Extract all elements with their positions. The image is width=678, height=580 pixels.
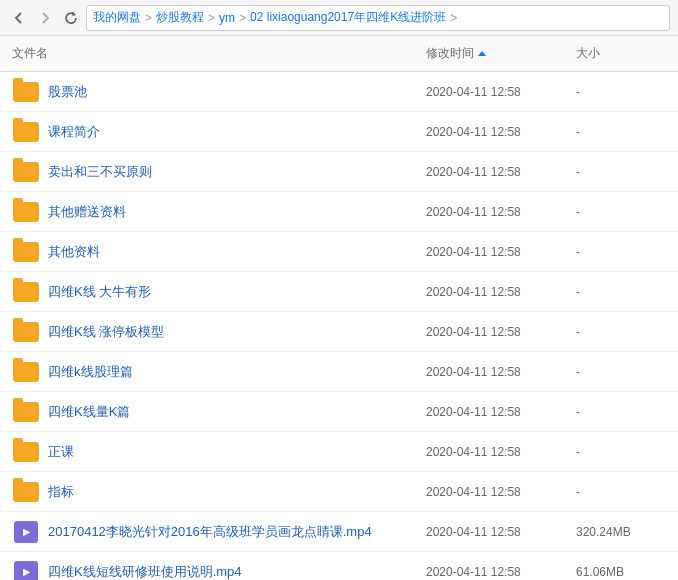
breadcrumb-sep-4: >	[450, 11, 457, 25]
file-size: -	[576, 485, 666, 499]
file-row[interactable]: 正课2020-04-11 12:58-	[0, 432, 678, 472]
folder-icon	[12, 478, 40, 506]
file-date: 2020-04-11 12:58	[426, 485, 576, 499]
folder-link[interactable]: 其他赠送资料	[48, 204, 126, 219]
file-size: -	[576, 325, 666, 339]
col-modified-header[interactable]: 修改时间	[426, 45, 576, 62]
file-size: -	[576, 445, 666, 459]
back-button[interactable]	[8, 7, 30, 29]
file-date: 2020-04-11 12:58	[426, 325, 576, 339]
folder-link[interactable]: 课程简介	[48, 124, 100, 139]
file-row[interactable]: ▶20170412李晓光针对2016年高级班学员画龙点睛课.mp42020-04…	[0, 512, 678, 552]
folder-icon	[12, 438, 40, 466]
breadcrumb-sep-3: >	[239, 11, 246, 25]
file-name: 四维k线股理篇	[48, 363, 426, 381]
file-size: -	[576, 405, 666, 419]
file-date: 2020-04-11 12:58	[426, 445, 576, 459]
breadcrumb-mydrive[interactable]: 我的网盘	[93, 9, 141, 26]
file-row[interactable]: 四维K线 大牛有形2020-04-11 12:58-	[0, 272, 678, 312]
folder-link[interactable]: 四维K线量K篇	[48, 404, 130, 419]
file-row[interactable]: 四维K线量K篇2020-04-11 12:58-	[0, 392, 678, 432]
file-date: 2020-04-11 12:58	[426, 365, 576, 379]
file-size: 320.24MB	[576, 525, 666, 539]
table-header: 文件名 修改时间 大小	[0, 36, 678, 72]
file-date: 2020-04-11 12:58	[426, 405, 576, 419]
breadcrumb-current[interactable]: 02 lixiaoguang2017年四维K线进阶班	[250, 9, 446, 26]
file-row[interactable]: 其他赠送资料2020-04-11 12:58-	[0, 192, 678, 232]
folder-link[interactable]: 股票池	[48, 84, 87, 99]
breadcrumb-sep-1: >	[145, 11, 152, 25]
file-size: -	[576, 205, 666, 219]
folder-link[interactable]: 正课	[48, 444, 74, 459]
folder-link[interactable]: 四维K线 大牛有形	[48, 284, 151, 299]
file-row[interactable]: 四维K线 涨停板模型2020-04-11 12:58-	[0, 312, 678, 352]
file-row[interactable]: 四维k线股理篇2020-04-11 12:58-	[0, 352, 678, 392]
sort-icon[interactable]	[478, 51, 486, 56]
top-bar: 我的网盘 > 炒股教程 > ym > 02 lixiaoguang2017年四维…	[0, 0, 678, 36]
file-size: -	[576, 285, 666, 299]
file-date: 2020-04-11 12:58	[426, 565, 576, 579]
file-date: 2020-04-11 12:58	[426, 85, 576, 99]
col-modified-label: 修改时间	[426, 45, 474, 62]
file-name: 四维K线短线研修班使用说明.mp4	[48, 563, 426, 581]
file-date: 2020-04-11 12:58	[426, 125, 576, 139]
file-size: -	[576, 365, 666, 379]
file-date: 2020-04-11 12:58	[426, 245, 576, 259]
folder-icon	[12, 198, 40, 226]
file-name: 卖出和三不买原则	[48, 163, 426, 181]
folder-icon	[12, 278, 40, 306]
file-row[interactable]: 其他资料2020-04-11 12:58-	[0, 232, 678, 272]
video-icon: ▶	[12, 558, 40, 581]
file-name: 股票池	[48, 83, 426, 101]
col-name-header: 文件名	[12, 45, 426, 62]
file-date: 2020-04-11 12:58	[426, 285, 576, 299]
file-name: 四维K线量K篇	[48, 403, 426, 421]
refresh-button[interactable]	[60, 7, 82, 29]
file-name: 四维K线 涨停板模型	[48, 323, 426, 341]
breadcrumb-ym[interactable]: ym	[219, 11, 235, 25]
file-name: 课程简介	[48, 123, 426, 141]
file-size: -	[576, 245, 666, 259]
folder-link[interactable]: 其他资料	[48, 244, 100, 259]
sort-arrow-up	[478, 51, 486, 56]
file-name: 其他赠送资料	[48, 203, 426, 221]
file-list: 股票池2020-04-11 12:58-课程简介2020-04-11 12:58…	[0, 72, 678, 580]
breadcrumb: 我的网盘 > 炒股教程 > ym > 02 lixiaoguang2017年四维…	[86, 5, 670, 31]
folder-icon	[12, 78, 40, 106]
file-name: 其他资料	[48, 243, 426, 261]
folder-link[interactable]: 四维k线股理篇	[48, 364, 133, 379]
file-row[interactable]: 课程简介2020-04-11 12:58-	[0, 112, 678, 152]
folder-icon	[12, 118, 40, 146]
file-row[interactable]: ▶四维K线短线研修班使用说明.mp42020-04-11 12:5861.06M…	[0, 552, 678, 580]
file-size: -	[576, 85, 666, 99]
file-size: 61.06MB	[576, 565, 666, 579]
video-icon: ▶	[12, 518, 40, 546]
breadcrumb-sep-2: >	[208, 11, 215, 25]
file-size: -	[576, 165, 666, 179]
file-size: -	[576, 125, 666, 139]
folder-icon	[12, 158, 40, 186]
file-name: 正课	[48, 443, 426, 461]
folder-icon	[12, 398, 40, 426]
file-date: 2020-04-11 12:58	[426, 525, 576, 539]
file-row[interactable]: 卖出和三不买原则2020-04-11 12:58-	[0, 152, 678, 192]
folder-link[interactable]: 指标	[48, 484, 74, 499]
file-date: 2020-04-11 12:58	[426, 205, 576, 219]
folder-icon	[12, 238, 40, 266]
file-name: 20170412李晓光针对2016年高级班学员画龙点睛课.mp4	[48, 523, 426, 541]
breadcrumb-chaogujiaocheng[interactable]: 炒股教程	[156, 9, 204, 26]
file-name: 四维K线 大牛有形	[48, 283, 426, 301]
file-name: 指标	[48, 483, 426, 501]
file-row[interactable]: 股票池2020-04-11 12:58-	[0, 72, 678, 112]
folder-icon	[12, 318, 40, 346]
folder-icon	[12, 358, 40, 386]
folder-link[interactable]: 四维K线 涨停板模型	[48, 324, 164, 339]
folder-link[interactable]: 卖出和三不买原则	[48, 164, 152, 179]
col-size-header: 大小	[576, 45, 666, 62]
file-row[interactable]: 指标2020-04-11 12:58-	[0, 472, 678, 512]
file-date: 2020-04-11 12:58	[426, 165, 576, 179]
forward-button[interactable]	[34, 7, 56, 29]
